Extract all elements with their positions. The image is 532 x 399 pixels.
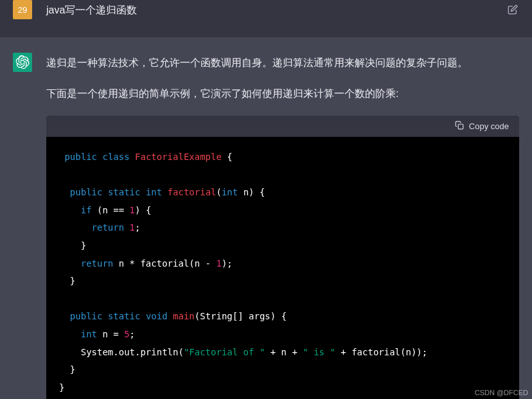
- user-message-row: 29 java写一个递归函数: [0, 0, 532, 37]
- assistant-content: 递归是一种算法技术，它允许一个函数调用自身。递归算法通常用来解决问题的复杂子问题…: [46, 53, 519, 399]
- svg-rect-0: [458, 124, 463, 129]
- watermark-text: CSDN @DFCED: [475, 389, 528, 396]
- code-header: Copy code: [46, 116, 519, 137]
- assistant-message-row: 递归是一种算法技术，它允许一个函数调用自身。递归算法通常用来解决问题的复杂子问题…: [0, 37, 532, 399]
- clipboard-icon: [455, 121, 464, 132]
- copy-code-button[interactable]: Copy code: [455, 121, 509, 132]
- code-content[interactable]: public class FactorialExample { public s…: [46, 137, 519, 399]
- user-avatar: 29: [13, 0, 32, 19]
- assistant-paragraph-2: 下面是一个使用递归的简单示例，它演示了如何使用递归来计算一个数的阶乘:: [46, 85, 519, 103]
- code-block: Copy code public class FactorialExample …: [46, 116, 519, 399]
- assistant-avatar: [13, 53, 32, 72]
- edit-icon[interactable]: [506, 1, 519, 22]
- copy-code-label: Copy code: [469, 121, 509, 131]
- user-prompt-text: java写一个递归函数: [46, 1, 137, 19]
- assistant-paragraph-1: 递归是一种算法技术，它允许一个函数调用自身。递归算法通常用来解决问题的复杂子问题…: [46, 54, 519, 72]
- user-content: java写一个递归函数: [46, 0, 519, 22]
